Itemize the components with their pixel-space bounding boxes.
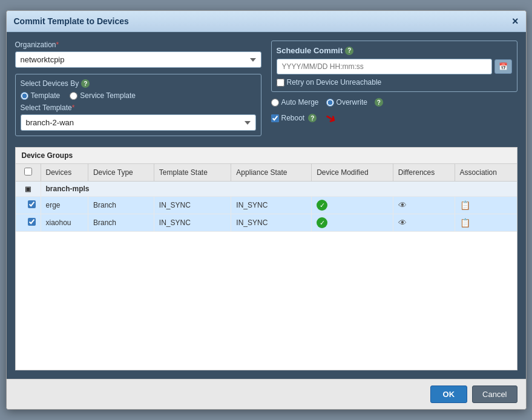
devices-table: Devices Device Type Template State Appli… xyxy=(16,164,517,232)
datetime-input[interactable] xyxy=(277,59,492,74)
col-header-devices: Devices xyxy=(41,164,88,182)
close-button[interactable]: × xyxy=(512,16,519,27)
select-devices-box: Select Devices By ? Template Service Tem… xyxy=(15,74,261,136)
row1-template-state: IN_SYNC xyxy=(154,197,231,214)
device-groups-label: Device Groups xyxy=(16,148,517,164)
select-devices-header: Select Devices By ? xyxy=(21,79,256,88)
datetime-input-row: 📅 xyxy=(277,59,512,74)
organization-select[interactable]: networktcpip xyxy=(15,51,261,68)
col-header-device-modified: Device Modified xyxy=(312,164,393,182)
row1-association[interactable]: 📋 xyxy=(455,197,516,214)
row2-device-type: Branch xyxy=(88,214,154,232)
reboot-checkbox-label[interactable]: Reboot xyxy=(271,114,305,122)
row1-differences[interactable]: 👁 xyxy=(393,197,455,214)
overwrite-radio-label[interactable]: Overwrite xyxy=(326,98,367,107)
row2-eye-icon[interactable]: 👁 xyxy=(398,218,407,228)
row2-checkbox[interactable] xyxy=(28,218,36,226)
calendar-button[interactable]: 📅 xyxy=(494,59,512,74)
service-template-radio[interactable] xyxy=(70,92,77,100)
overwrite-radio[interactable] xyxy=(326,99,334,107)
group-row-branch-mpls: ▣ branch-mpls xyxy=(16,182,517,197)
ok-button[interactable]: OK xyxy=(430,386,468,403)
dialog-title: Commit Template to Devices xyxy=(14,16,129,26)
select-devices-help-icon[interactable]: ? xyxy=(81,79,90,88)
col-header-template-state: Template State xyxy=(154,164,231,182)
schedule-commit-box: Schedule Commit ? 📅 Retry on Device Unre… xyxy=(271,41,517,92)
col-header-association: Association xyxy=(455,164,516,182)
select-devices-radio-group: Template Service Template xyxy=(21,91,256,100)
col-header-device-type: Device Type xyxy=(88,164,154,182)
row1-device-modified: ✓ xyxy=(312,197,393,214)
row2-name: xiaohou xyxy=(41,214,88,232)
right-panel: Schedule Commit ? 📅 Retry on Device Unre… xyxy=(271,41,517,141)
row1-eye-icon[interactable]: 👁 xyxy=(398,200,407,210)
row1-device-type: Branch xyxy=(88,197,154,214)
row1-checkbox[interactable] xyxy=(28,200,36,208)
merge-options-row: Auto Merge Overwrite ? xyxy=(271,98,517,107)
select-template-label: Select Template* xyxy=(21,103,256,112)
template-radio-label[interactable]: Template xyxy=(21,91,61,100)
service-template-radio-label[interactable]: Service Template xyxy=(70,91,136,100)
row1-green-check-icon: ✓ xyxy=(317,200,327,211)
dialog-body: Organization* networktcpip Select Device… xyxy=(7,32,526,379)
row2-appliance-state: IN_SYNC xyxy=(231,214,312,232)
table-row: ➜ xiaohou Branch IN_SYNC xyxy=(16,214,517,232)
commit-dialog: Commit Template to Devices × Organizatio… xyxy=(6,10,527,410)
row2-differences[interactable]: 👁 xyxy=(393,214,455,232)
auto-merge-radio-label[interactable]: Auto Merge xyxy=(271,98,319,107)
row1-checkbox-cell[interactable] xyxy=(16,197,41,214)
organization-label: Organization* xyxy=(15,41,261,49)
select-all-checkbox[interactable] xyxy=(24,168,32,176)
col-header-checkbox xyxy=(16,164,41,182)
table-header-row: Devices Device Type Template State Appli… xyxy=(16,164,517,182)
group-name-cell: branch-mpls xyxy=(41,182,517,197)
auto-merge-radio[interactable] xyxy=(271,99,279,107)
schedule-commit-header: Schedule Commit ? xyxy=(277,46,512,55)
schedule-commit-help-icon[interactable]: ? xyxy=(345,47,353,55)
template-radio[interactable] xyxy=(21,92,28,100)
cancel-button[interactable]: Cancel xyxy=(472,386,517,403)
row2-association[interactable]: 📋 xyxy=(455,214,516,232)
table-container: Devices Device Type Template State Appli… xyxy=(16,164,517,370)
row2-copy-icon[interactable]: 📋 xyxy=(460,218,470,228)
row2-device-modified: ✓ xyxy=(312,214,393,232)
retry-checkbox[interactable] xyxy=(277,79,284,87)
group-expand-cell[interactable]: ▣ xyxy=(16,182,41,197)
row2-green-check-icon: ✓ xyxy=(317,217,327,228)
merge-help-icon[interactable]: ? xyxy=(375,98,383,107)
dialog-title-bar: Commit Template to Devices × xyxy=(7,11,526,32)
select-template-select[interactable]: branch-2-wan xyxy=(21,114,256,131)
top-section: Organization* networktcpip Select Device… xyxy=(15,41,517,141)
retry-checkbox-label[interactable]: Retry on Device Unreachable xyxy=(277,78,512,87)
left-panel: Organization* networktcpip Select Device… xyxy=(15,41,261,141)
row1-copy-icon[interactable]: 📋 xyxy=(460,200,470,210)
col-header-differences: Differences xyxy=(393,164,455,182)
reboot-row: Reboot ? ➜ xyxy=(271,110,517,126)
row2-checkbox-cell[interactable]: ➜ xyxy=(16,214,41,232)
row1-name: erge xyxy=(41,197,88,214)
table-row: erge Branch IN_SYNC IN_SYNC xyxy=(16,197,517,214)
reboot-checkbox[interactable] xyxy=(271,114,279,122)
dialog-footer: OK Cancel xyxy=(7,379,526,409)
main-content: Device Groups Devices Device Type xyxy=(15,147,517,370)
organization-field: Organization* networktcpip xyxy=(15,41,261,68)
row2-template-state: IN_SYNC xyxy=(154,214,231,232)
col-header-appliance-state: Appliance State xyxy=(231,164,312,182)
reboot-help-icon[interactable]: ? xyxy=(308,114,317,122)
row1-appliance-state: IN_SYNC xyxy=(231,197,312,214)
red-arrow-indicator: ➜ xyxy=(322,108,340,128)
